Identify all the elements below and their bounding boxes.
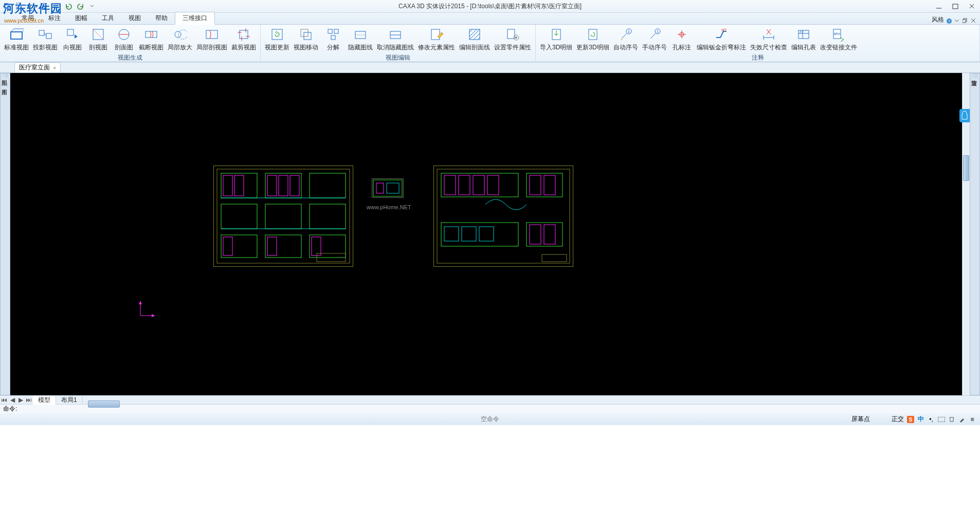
- btn-move-view[interactable]: 视图移动: [292, 26, 320, 53]
- svg-rect-87: [387, 183, 399, 193]
- svg-rect-104: [542, 254, 567, 262]
- ime-menu-icon[interactable]: ≡: [969, 416, 976, 423]
- btn-direction-view[interactable]: 向视图: [60, 26, 85, 53]
- sheet-nav-last-icon[interactable]: ⏭: [25, 396, 33, 404]
- mdi-close-icon[interactable]: [971, 18, 977, 24]
- btn-update-view[interactable]: 视图更新: [263, 26, 292, 53]
- mdi-restore-icon[interactable]: [963, 18, 969, 24]
- btn-hole-callout[interactable]: 孔标注: [669, 26, 695, 53]
- btn-change-link-file[interactable]: abc改变链接文件: [818, 26, 859, 53]
- command-line[interactable]: 命令:: [0, 404, 980, 413]
- svg-text:1: 1: [656, 29, 659, 34]
- sheet-tab-model[interactable]: 模型: [33, 396, 56, 405]
- svg-rect-68: [221, 204, 257, 229]
- minimize-button[interactable]: [931, 0, 947, 12]
- document-tab[interactable]: 医疗室立面 ×: [14, 62, 61, 72]
- tab-help[interactable]: 帮助: [148, 12, 175, 24]
- btn-import-3d-bom[interactable]: 导入3D明细: [538, 26, 574, 53]
- btn-broken-view[interactable]: 截断视图: [137, 26, 166, 53]
- svg-rect-102: [462, 227, 476, 241]
- tab-view[interactable]: 视图: [121, 12, 148, 24]
- btn-edit-hole-table[interactable]: XY编辑孔表: [789, 26, 818, 53]
- tab-annotate[interactable]: 标注: [41, 12, 68, 24]
- btn-update-3d-bom[interactable]: 更新3D明细: [574, 26, 611, 53]
- btn-invalid-dim-check[interactable]: 失效尺寸检查: [748, 26, 789, 53]
- status-screen-point: 屏幕点: [851, 415, 870, 424]
- btn-detail-view[interactable]: 局部放大: [166, 26, 194, 53]
- btn-explode[interactable]: 分解: [320, 26, 346, 53]
- btn-unhide-lines[interactable]: 取消隐藏图线: [375, 26, 416, 53]
- maximize-button[interactable]: [947, 0, 964, 12]
- ime-sogou-icon[interactable]: S: [907, 416, 914, 423]
- redo-icon[interactable]: [77, 3, 85, 10]
- svg-rect-66: [265, 173, 301, 198]
- ribbon-group-label: 视图编辑: [263, 53, 533, 63]
- ime-keyboard-icon[interactable]: [938, 416, 945, 423]
- title-bar: CAXA 3D 实体设计2015 - [D:\tools\桌面\图片素材\河东\…: [0, 0, 980, 13]
- sheet-nav-first-icon[interactable]: ⏮: [0, 396, 8, 404]
- right-feature-tab[interactable]: [959, 109, 970, 122]
- btn-set-part-attr[interactable]: 设置零件属性: [492, 26, 533, 53]
- qat-more-icon[interactable]: [89, 3, 98, 10]
- ucs-icon: [136, 299, 157, 320]
- tab-common[interactable]: 常用: [14, 12, 41, 24]
- ime-tool-icon[interactable]: [958, 416, 966, 423]
- help-icon[interactable]: ?: [946, 18, 952, 24]
- minimize-ribbon-icon[interactable]: [954, 18, 960, 24]
- open-icon[interactable]: [28, 3, 36, 10]
- svg-rect-96: [487, 175, 499, 195]
- svg-rect-29: [328, 29, 332, 33]
- drawing-sheet-2: [433, 166, 573, 267]
- ime-skin-icon[interactable]: [948, 416, 955, 423]
- svg-text:90°: 90°: [721, 28, 727, 32]
- workspace: 图层 图库: [0, 73, 980, 395]
- svg-rect-31: [331, 35, 335, 40]
- close-button[interactable]: [964, 0, 980, 12]
- sheet-tab-bar: ⏮ ◀ ▶ ⏭ 模型 布局1: [0, 395, 980, 404]
- btn-crop-view[interactable]: 裁剪视图: [229, 26, 258, 53]
- svg-rect-93: [444, 175, 456, 195]
- svg-rect-64: [217, 169, 350, 263]
- sheet-tab-layout1[interactable]: 布局1: [56, 396, 83, 405]
- undo-icon[interactable]: [65, 3, 73, 10]
- svg-rect-77: [279, 175, 288, 196]
- svg-line-16: [44, 33, 46, 36]
- save-icon[interactable]: [40, 3, 48, 10]
- left-rail-layers[interactable]: 图层: [1, 74, 8, 78]
- print-icon[interactable]: [52, 3, 61, 10]
- svg-line-48: [650, 33, 656, 39]
- left-rail-library[interactable]: 图库: [1, 83, 8, 87]
- status-bar: 空命令 屏幕点 正交 S 中 •, ≡: [0, 413, 980, 425]
- svg-rect-99: [530, 225, 541, 244]
- ribbon-tab-bar: 常用 标注 图幅 工具 视图 帮助 三维接口 风格 ?: [0, 13, 980, 25]
- right-rail-render[interactable]: 渲染室: [970, 74, 978, 78]
- status-ortho[interactable]: 正交: [892, 415, 904, 424]
- btn-cross-section[interactable]: 剖面图: [111, 26, 137, 53]
- btn-manual-balloon[interactable]: 1手动序号: [640, 26, 669, 53]
- ime-punct-icon[interactable]: •,: [928, 416, 935, 423]
- btn-auto-balloon[interactable]: 1自动序号: [611, 26, 640, 53]
- btn-projection-view[interactable]: 投影视图: [31, 26, 60, 53]
- drawing-canvas[interactable]: www.pHome.NET: [10, 73, 970, 395]
- tab-3d-interface[interactable]: 三维接口: [175, 12, 215, 25]
- tab-tools[interactable]: 工具: [95, 12, 121, 24]
- ribbon-group-label: 视图生成: [2, 53, 258, 63]
- sheet-nav-next-icon[interactable]: ▶: [16, 396, 25, 404]
- btn-edit-hatch[interactable]: 编辑剖面线: [457, 26, 492, 53]
- new-icon[interactable]: [15, 3, 24, 10]
- close-tab-icon[interactable]: ×: [53, 65, 56, 71]
- svg-rect-30: [334, 29, 338, 33]
- btn-section-view[interactable]: 剖视图: [85, 26, 111, 53]
- svg-rect-13: [11, 32, 22, 39]
- btn-edit-element-attr[interactable]: 修改元素属性: [416, 26, 457, 53]
- svg-rect-80: [267, 237, 277, 255]
- ribbon-group-view-gen: 标准视图 投影视图 向视图 剖视图 剖面图 截断视图 局部放大 局部剖视图 裁剪…: [0, 25, 261, 62]
- sheet-nav-prev-icon[interactable]: ◀: [8, 396, 16, 404]
- btn-local-section[interactable]: 局部剖视图: [194, 26, 229, 53]
- ime-mode-icon[interactable]: 中: [917, 416, 924, 423]
- svg-rect-72: [265, 235, 301, 258]
- btn-edit-bend-note[interactable]: 90°编辑钣金折弯标注: [695, 26, 748, 53]
- btn-standard-view[interactable]: 标准视图: [2, 26, 31, 53]
- tab-format[interactable]: 图幅: [68, 12, 95, 24]
- btn-hide-lines[interactable]: 隐藏图线: [346, 26, 375, 53]
